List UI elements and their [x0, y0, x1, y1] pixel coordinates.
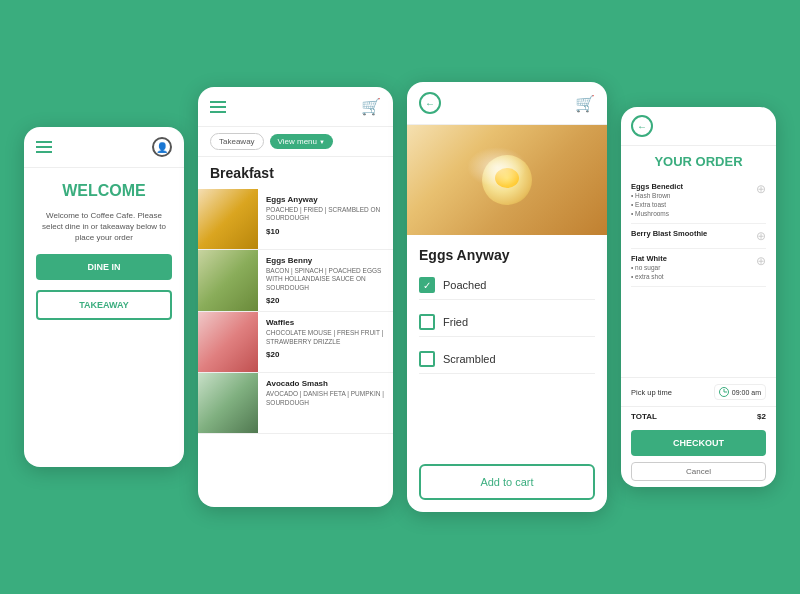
pickup-label: Pick up time [631, 388, 672, 397]
section-title: Breakfast [198, 157, 393, 189]
order-item-flatwhite: Flat White • no sugar• extra shot ⊕ [631, 249, 766, 287]
option-fried[interactable]: Fried [419, 308, 595, 337]
avocado-image [198, 373, 258, 433]
eggs-anyway-image [198, 189, 258, 249]
tab-bar: Takeaway View menu [198, 127, 393, 157]
item-price: $20 [266, 350, 385, 359]
pickup-time-row: Pick up time 09:00 am [621, 377, 776, 406]
screen-menu: 🛒 Takeaway View menu Breakfast Eggs Anyw… [198, 87, 393, 507]
tab-takeaway[interactable]: Takeaway [210, 133, 264, 150]
menu-item[interactable]: Eggs Anyway POACHED | FRIED | SCRAMBLED … [198, 189, 393, 250]
item-name: Eggs Benny [266, 256, 385, 265]
item-detail-content: Eggs Anyway Poached Fried Scrambled Add … [407, 235, 607, 512]
menu-item[interactable]: Avocado Smash AVOCADO | DANISH FETA | PU… [198, 373, 393, 434]
screens-container: 👤 WELCOME Welcome to Coffee Cafe. Please… [0, 0, 800, 594]
order-item-flatwhite-info: Flat White • no sugar• extra shot [631, 254, 752, 281]
order-top-bar: ← [621, 107, 776, 146]
screen-detail: ← 🛒 Eggs Anyway Poached Fried Scrambled … [407, 82, 607, 512]
order-item-options: • no sugar• extra shot [631, 263, 752, 281]
total-label: TOTAL [631, 412, 657, 421]
egg-graphic [482, 155, 532, 205]
item-desc: AVOCADO | DANISH FETA | PUMPKIN | SOURDO… [266, 390, 385, 407]
eggs-anyway-info: Eggs Anyway POACHED | FRIED | SCRAMBLED … [258, 189, 393, 249]
order-item-name: Flat White [631, 254, 752, 263]
order-title: YOUR ORDER [621, 146, 776, 173]
user-icon[interactable]: 👤 [152, 137, 172, 157]
menu-items-list: Eggs Anyway POACHED | FRIED | SCRAMBLED … [198, 189, 393, 507]
option-poached[interactable]: Poached [419, 271, 595, 300]
waffles-image [198, 312, 258, 372]
add-to-cart-button[interactable]: Add to cart [419, 464, 595, 500]
option-scrambled[interactable]: Scrambled [419, 345, 595, 374]
checkout-button[interactable]: CHECKOUT [631, 430, 766, 456]
tab-view-menu[interactable]: View menu [270, 134, 333, 149]
item-name: Avocado Smash [266, 379, 385, 388]
welcome-content: WELCOME Welcome to Coffee Cafe. Please s… [24, 168, 184, 467]
checkbox-scrambled[interactable] [419, 351, 435, 367]
item-desc: BACON | SPINACH | POACHED EGGS WITH HOLL… [266, 267, 385, 292]
item-name: Waffles [266, 318, 385, 327]
waffles-info: Waffles CHOCOLATE MOUSE | FRESH FRUIT | … [258, 312, 393, 372]
checkbox-fried[interactable] [419, 314, 435, 330]
welcome-title: WELCOME [62, 182, 146, 200]
pickup-time-badge[interactable]: 09:00 am [714, 384, 766, 400]
order-items-list: Eggs Benedict • Hash Brown• Extra toast•… [621, 173, 776, 377]
cancel-button[interactable]: Cancel [631, 462, 766, 481]
option-label-scrambled: Scrambled [443, 353, 496, 365]
remove-smoothie-button[interactable]: ⊕ [756, 229, 766, 243]
item-name: Eggs Anyway [266, 195, 385, 204]
back-button[interactable]: ← [419, 92, 441, 114]
menu-item[interactable]: Waffles CHOCOLATE MOUSE | FRESH FRUIT | … [198, 312, 393, 373]
option-label-poached: Poached [443, 279, 486, 291]
avocado-info: Avocado Smash AVOCADO | DANISH FETA | PU… [258, 373, 393, 433]
item-detail-name: Eggs Anyway [419, 247, 595, 263]
option-label-fried: Fried [443, 316, 468, 328]
remove-eggs-benedict-button[interactable]: ⊕ [756, 182, 766, 196]
order-item-name: Berry Blast Smoothie [631, 229, 752, 238]
clock-icon [719, 387, 729, 397]
menu-top-bar: 🛒 [198, 87, 393, 127]
menu-item[interactable]: Eggs Benny BACON | SPINACH | POACHED EGG… [198, 250, 393, 312]
checkbox-poached[interactable] [419, 277, 435, 293]
menu-hamburger-icon[interactable] [210, 101, 226, 113]
order-item-eggs-benedict: Eggs Benedict • Hash Brown• Extra toast•… [631, 177, 766, 224]
item-price: $20 [266, 296, 385, 305]
remove-flatwhite-button[interactable]: ⊕ [756, 254, 766, 268]
total-amount: $2 [757, 412, 766, 421]
eggs-benny-info: Eggs Benny BACON | SPINACH | POACHED EGG… [258, 250, 393, 311]
food-hero-image [407, 125, 607, 235]
eggs-benny-image [198, 250, 258, 311]
detail-top-bar: ← 🛒 [407, 82, 607, 125]
dine-in-button[interactable]: DINE IN [36, 254, 172, 280]
welcome-top-bar: 👤 [24, 127, 184, 168]
item-price: $10 [266, 227, 385, 236]
pickup-time-value: 09:00 am [732, 389, 761, 396]
order-item-options: • Hash Brown• Extra toast• Mushrooms [631, 191, 752, 218]
welcome-text: Welcome to Coffee Cafe. Please select di… [36, 210, 172, 244]
total-row: TOTAL $2 [621, 406, 776, 426]
item-desc: CHOCOLATE MOUSE | FRESH FRUIT | STRAWBER… [266, 329, 385, 346]
screen-welcome: 👤 WELCOME Welcome to Coffee Cafe. Please… [24, 127, 184, 467]
order-item-smoothie-info: Berry Blast Smoothie [631, 229, 752, 238]
takeaway-button[interactable]: TAKEAWAY [36, 290, 172, 320]
screen-order: ← YOUR ORDER Eggs Benedict • Hash Brown•… [621, 107, 776, 487]
order-item-eggs-benedict-info: Eggs Benedict • Hash Brown• Extra toast•… [631, 182, 752, 218]
cart-icon[interactable]: 🛒 [361, 97, 381, 116]
detail-cart-icon[interactable]: 🛒 [575, 94, 595, 113]
order-item-smoothie: Berry Blast Smoothie ⊕ [631, 224, 766, 249]
order-item-name: Eggs Benedict [631, 182, 752, 191]
item-desc: POACHED | FRIED | SCRAMBLED ON SOURDOUGH [266, 206, 385, 223]
hamburger-icon[interactable] [36, 141, 52, 153]
order-back-button[interactable]: ← [631, 115, 653, 137]
